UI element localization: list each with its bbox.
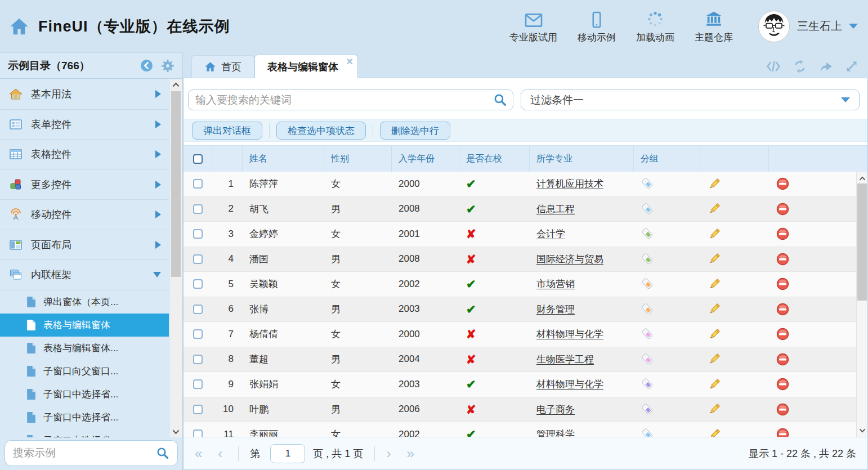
row-checkbox[interactable] [193, 279, 203, 289]
major-link[interactable]: 生物医学工程 [536, 353, 594, 366]
select-all-checkbox[interactable] [193, 154, 203, 164]
delete-icon[interactable] [776, 352, 790, 366]
sidebar-group-basic[interactable]: 基本用法 [0, 79, 169, 110]
sidebar-group-form[interactable]: 表单控件 [0, 110, 169, 140]
sidebar-item-select-province-1[interactable]: 子窗口中选择省... [0, 383, 169, 406]
keyword-search-input[interactable]: 输入要搜索的关键词 [188, 89, 513, 110]
edit-pencil-icon[interactable] [707, 427, 722, 437]
major-link[interactable]: 国际经济与贸易 [536, 253, 603, 266]
delete-icon[interactable] [776, 177, 790, 191]
edit-pencil-icon[interactable] [707, 352, 722, 366]
search-icon[interactable] [493, 93, 507, 107]
last-page-button[interactable]: » [406, 447, 414, 460]
tab-grid-edit-window[interactable]: 表格与编辑窗体 ✕ [254, 55, 358, 78]
scroll-up-icon[interactable] [170, 79, 182, 90]
row-checkbox[interactable] [193, 355, 203, 364]
expand-icon[interactable] [845, 60, 858, 73]
first-page-button[interactable]: « [195, 447, 202, 460]
source-code-icon[interactable] [766, 61, 781, 72]
gear-icon[interactable] [161, 59, 175, 73]
sidebar-item-select-province-2[interactable]: 子窗口中选择省... [0, 406, 169, 429]
edit-pencil-icon[interactable] [707, 177, 722, 191]
delete-icon[interactable] [776, 302, 790, 316]
next-page-button[interactable]: › [386, 447, 391, 460]
nav-pro-trial[interactable]: 专业版试用 [509, 9, 557, 44]
scroll-down-icon[interactable] [857, 425, 867, 436]
major-link[interactable]: 计算机应用技术 [536, 177, 603, 190]
column-enrolled[interactable]: 是否在校 [459, 146, 530, 172]
major-link[interactable]: 财务管理 [536, 303, 575, 316]
prev-page-button[interactable]: ‹ [218, 447, 222, 460]
row-checkbox[interactable] [193, 305, 203, 314]
search-icon[interactable] [156, 446, 169, 460]
edit-pencil-icon[interactable] [707, 227, 722, 241]
major-link[interactable]: 会计学 [536, 227, 565, 240]
nav-theme-repo[interactable]: 主题仓库 [695, 9, 733, 44]
column-gender[interactable]: 性别 [324, 146, 392, 172]
delete-icon[interactable] [776, 377, 790, 391]
close-icon[interactable]: ✕ [346, 56, 354, 67]
edit-pencil-icon[interactable] [707, 277, 722, 292]
sidebar-group-layout[interactable]: 页面布局 [0, 230, 169, 261]
scrollbar-thumb[interactable] [857, 183, 867, 301]
row-checkbox[interactable] [193, 254, 203, 264]
scroll-up-icon[interactable] [857, 173, 867, 183]
page-number-input[interactable] [270, 444, 305, 463]
sidebar-group-grid[interactable]: 表格控件 [0, 140, 169, 170]
column-year[interactable]: 入学年份 [392, 146, 459, 172]
sidebar-item-grid-edit-window-2[interactable]: 表格与编辑窗体... [0, 337, 169, 360]
table-scrollbar[interactable] [856, 172, 867, 437]
edit-pencil-icon[interactable] [707, 402, 722, 417]
edit-pencil-icon[interactable] [707, 302, 722, 316]
sidebar-group-iframe[interactable]: 内联框架 [0, 260, 169, 290]
major-link[interactable]: 信息工程 [536, 203, 575, 216]
sidebar-item-grid-edit-window[interactable]: 表格与编辑窗体 [0, 314, 169, 337]
column-name[interactable]: 姓名 [243, 146, 324, 172]
major-link[interactable]: 电子商务 [536, 403, 575, 416]
tab-home[interactable]: 首页 [191, 55, 254, 78]
delete-icon[interactable] [776, 427, 790, 437]
collapse-sidebar-icon[interactable] [140, 59, 153, 72]
row-checkbox[interactable] [193, 229, 203, 239]
delete-icon[interactable] [776, 252, 790, 266]
sidebar-search-input[interactable]: 搜索示例 [5, 440, 178, 466]
edit-pencil-icon[interactable] [707, 377, 722, 392]
sidebar-item-popup-window[interactable]: 弹出窗体（本页... [0, 290, 169, 314]
scrollbar-thumb[interactable] [171, 91, 181, 277]
delete-icon[interactable] [776, 202, 790, 216]
edit-pencil-icon[interactable] [707, 202, 722, 216]
sidebar-scrollbar[interactable] [170, 79, 182, 437]
nav-mobile-demo[interactable]: 移动示例 [578, 9, 616, 44]
delete-icon[interactable] [776, 402, 790, 417]
delete-selected-button[interactable]: 删除选中行 [380, 122, 450, 140]
filter-dropdown[interactable]: 过滤条件一 [521, 89, 860, 110]
row-checkbox[interactable] [193, 405, 203, 414]
refresh-icon[interactable] [793, 60, 807, 73]
delete-icon[interactable] [776, 277, 790, 291]
sidebar-item-child-to-parent[interactable]: 子窗口向父窗口... [0, 360, 169, 383]
row-checkbox[interactable] [193, 179, 203, 189]
open-dialog-button[interactable]: 弹出对话框 [192, 122, 262, 140]
sidebar-group-more[interactable]: 更多控件 [0, 170, 169, 200]
sidebar-item-select-province-3[interactable]: 子窗口中选择省 [0, 429, 169, 438]
nav-loading-anim[interactable]: 加载动画 [636, 9, 674, 44]
row-checkbox[interactable] [193, 379, 203, 389]
delete-icon[interactable] [776, 327, 790, 341]
row-checkbox[interactable] [193, 329, 203, 339]
delete-icon[interactable] [776, 227, 790, 241]
sidebar-group-mobile[interactable]: 移动控件 [0, 200, 169, 230]
row-checkbox[interactable] [193, 429, 203, 437]
scroll-down-icon[interactable] [170, 427, 182, 437]
major-link[interactable]: 材料物理与化学 [536, 378, 603, 391]
user-menu[interactable]: 三生石上 [758, 10, 858, 43]
major-link[interactable]: 管理科学 [536, 428, 575, 437]
column-major[interactable]: 所学专业 [530, 146, 634, 172]
major-link[interactable]: 市场营销 [536, 277, 575, 290]
column-group[interactable]: 分组 [634, 146, 700, 172]
row-checkbox[interactable] [193, 204, 203, 214]
major-link[interactable]: 材料物理与化学 [536, 328, 603, 341]
share-icon[interactable] [819, 60, 833, 73]
edit-pencil-icon[interactable] [707, 327, 722, 342]
edit-pencil-icon[interactable] [707, 252, 722, 266]
check-selected-button[interactable]: 检查选中项状态 [276, 122, 366, 140]
